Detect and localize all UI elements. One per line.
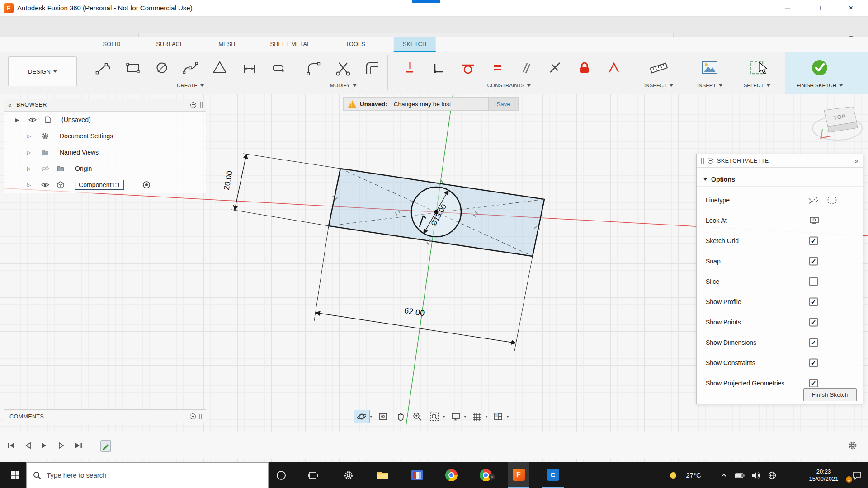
tree-label[interactable]: Document Settings xyxy=(60,132,113,140)
trim-tool-button[interactable] xyxy=(331,56,355,80)
fit-button[interactable] xyxy=(426,410,443,423)
tree-row-document[interactable]: ▶ (Unsaved) xyxy=(4,112,206,128)
constraint-fix-button[interactable] xyxy=(573,56,596,80)
constraints-group-label[interactable]: CONSTRAINTS xyxy=(487,83,531,88)
create-group-label[interactable]: CREATE xyxy=(177,83,204,88)
tab-sheet-metal[interactable]: SHEET METAL xyxy=(261,37,320,52)
comments-panel[interactable]: COMMENTS xyxy=(4,409,206,423)
visibility-off-eye-icon[interactable] xyxy=(41,166,49,171)
timeline-go-end-button[interactable] xyxy=(71,438,86,453)
chrome-button[interactable] xyxy=(440,462,462,488)
add-comment-icon[interactable] xyxy=(190,413,196,419)
battery-indicator[interactable] xyxy=(733,462,746,488)
constraint-coincident-button[interactable] xyxy=(427,56,451,80)
expand-arrow-icon[interactable]: ▶ xyxy=(15,117,19,123)
palette-expand-icon[interactable]: » xyxy=(855,157,859,164)
file-explorer-button[interactable] xyxy=(372,462,394,488)
look-at-icon[interactable] xyxy=(809,216,820,225)
search-input[interactable] xyxy=(47,471,236,479)
fit-caret[interactable] xyxy=(443,416,445,418)
construction-linetype-icon[interactable] xyxy=(808,196,819,205)
display-caret[interactable] xyxy=(464,416,467,418)
line-tool-button[interactable] xyxy=(91,56,115,80)
centerline-linetype-icon[interactable] xyxy=(827,196,838,205)
finish-sketch-button[interactable] xyxy=(808,56,831,80)
display-settings-button[interactable] xyxy=(448,410,464,423)
browser-collapse-icon[interactable]: « xyxy=(8,101,12,108)
tab-surface[interactable]: SURFACE xyxy=(147,37,193,52)
finish-sketch-palette-button[interactable]: Finish Sketch xyxy=(803,388,857,401)
show-dimensions-checkbox[interactable] xyxy=(809,338,818,347)
tree-row-component[interactable]: ▷ Component1:1 xyxy=(4,177,206,193)
timeline-step-forward-button[interactable] xyxy=(54,438,69,453)
tree-row-document-settings[interactable]: ▷ Document Settings xyxy=(4,128,206,144)
timeline-go-start-button[interactable] xyxy=(4,438,18,453)
tree-label[interactable]: Origin xyxy=(75,165,92,172)
viewports-caret[interactable] xyxy=(506,416,509,418)
slice-checkbox[interactable] xyxy=(809,277,818,286)
cortana-button[interactable] xyxy=(270,462,292,488)
spline-tool-button[interactable] xyxy=(179,56,202,80)
palette-grip[interactable] xyxy=(701,158,704,164)
tab-mesh[interactable]: MESH xyxy=(209,37,244,52)
tab-tools[interactable]: TOOLS xyxy=(336,37,374,52)
orbit-caret[interactable] xyxy=(370,416,373,418)
palette-minimize-icon[interactable] xyxy=(708,158,713,164)
minimize-button[interactable]: ─ xyxy=(775,0,800,16)
maximize-button[interactable]: □ xyxy=(806,0,831,16)
task-view-button[interactable] xyxy=(302,462,324,488)
weather-icon[interactable] xyxy=(666,462,680,488)
show-constraints-checkbox[interactable] xyxy=(809,358,818,367)
slot-tool-button[interactable] xyxy=(266,56,290,80)
look-at-button[interactable] xyxy=(375,410,391,423)
pan-button[interactable] xyxy=(392,410,408,423)
sketch-dimension-button[interactable] xyxy=(237,56,261,80)
timeline-step-back-button[interactable] xyxy=(21,438,35,453)
snap-checkbox[interactable] xyxy=(809,257,818,265)
viewcube[interactable]: TOP xyxy=(812,107,862,140)
grid-caret[interactable] xyxy=(485,416,488,418)
show-projected-checkbox[interactable] xyxy=(809,379,818,387)
offset-tool-button[interactable] xyxy=(360,56,384,80)
polygon-tool-button[interactable] xyxy=(208,56,231,80)
taskbar-search[interactable] xyxy=(26,462,269,488)
sketch-grid-checkbox[interactable] xyxy=(809,236,818,245)
measure-tool-button[interactable] xyxy=(647,56,670,80)
clock-tray[interactable]: 20:23 15/09/2021 xyxy=(801,462,846,488)
inspect-group-label[interactable]: INSPECT xyxy=(644,83,673,88)
constraint-horizontal-vertical-button[interactable] xyxy=(398,56,422,80)
tray-expand-button[interactable] xyxy=(718,462,730,488)
start-button[interactable] xyxy=(5,462,26,488)
palette-options-section[interactable]: Options xyxy=(697,172,863,187)
circle-tool-button[interactable] xyxy=(150,56,174,80)
settings-app-button[interactable] xyxy=(338,462,359,488)
timeline-play-button[interactable] xyxy=(37,438,52,453)
insert-image-button[interactable] xyxy=(698,56,722,80)
show-profile-checkbox[interactable] xyxy=(809,297,818,306)
constraint-tangent-button[interactable] xyxy=(456,56,480,80)
tree-label-root[interactable]: (Unsaved) xyxy=(61,116,91,123)
viewports-button[interactable] xyxy=(490,410,506,423)
tab-solid[interactable]: SOLID xyxy=(94,37,129,52)
expand-arrow-icon[interactable]: ▷ xyxy=(27,133,31,139)
winrar-button[interactable] xyxy=(406,462,428,488)
constraint-parallel-button[interactable] xyxy=(514,56,538,80)
orbit-button[interactable] xyxy=(354,410,370,423)
browser-minimize-icon[interactable] xyxy=(190,102,196,108)
timeline-sketch-feature[interactable] xyxy=(99,438,113,453)
workspace-selector[interactable]: DESIGN xyxy=(8,56,77,86)
save-link[interactable]: Save xyxy=(488,98,518,110)
constraint-symmetry-button[interactable] xyxy=(602,56,626,80)
fusion-360-taskbar-button[interactable]: F xyxy=(508,462,529,488)
show-points-checkbox[interactable] xyxy=(809,318,818,326)
comments-grip[interactable] xyxy=(199,414,202,419)
finish-sketch-label[interactable]: FINISH SKETCH xyxy=(797,83,843,88)
grid-snap-button[interactable] xyxy=(469,410,485,423)
browser-grip[interactable] xyxy=(200,102,203,108)
c-app-taskbar-button[interactable]: C xyxy=(542,462,564,488)
expand-arrow-icon[interactable]: ▷ xyxy=(27,182,31,188)
tree-label[interactable]: Named Views xyxy=(60,149,99,156)
expand-arrow-icon[interactable]: ▷ xyxy=(27,150,31,155)
chrome-profile-button[interactable]: K xyxy=(475,462,496,488)
visibility-eye-icon[interactable] xyxy=(41,182,49,188)
